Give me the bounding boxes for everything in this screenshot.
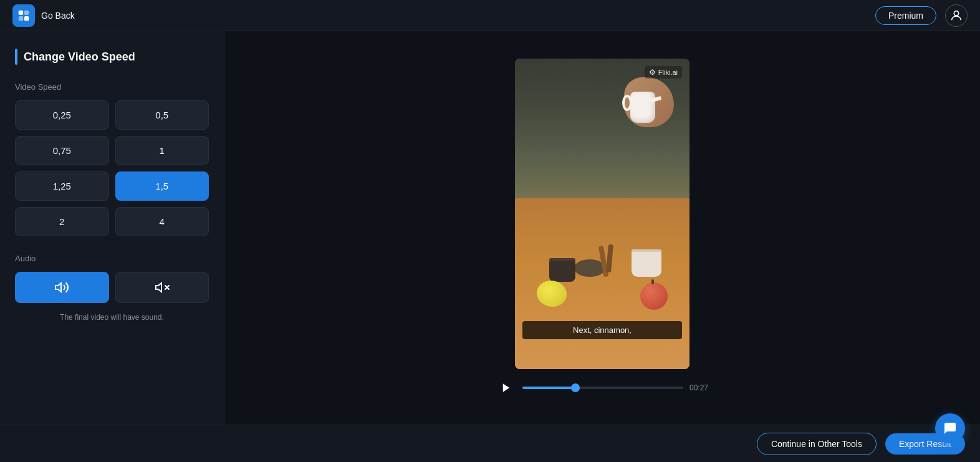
cup-left-body (549, 261, 575, 282)
app-logo (12, 4, 35, 27)
svg-marker-5 (55, 283, 61, 292)
pour-stream (661, 95, 663, 113)
video-container: ⚙ Fliki.ai Next, cinnamon, (496, 59, 708, 398)
pitcher (627, 82, 658, 123)
sidebar-title: Change Video Speed (24, 51, 135, 64)
subtitle-bar: Next, cinnamon, (522, 321, 682, 339)
fruit-lemon (537, 281, 567, 307)
continue-in-other-tools-button[interactable]: Continue in Other Tools (757, 433, 877, 455)
play-button[interactable] (496, 378, 516, 398)
time-display: 00:27 (689, 383, 708, 392)
svg-rect-1 (24, 10, 29, 14)
audio-grid (15, 272, 209, 303)
speed-btn-0-25[interactable]: 0,25 (15, 100, 109, 130)
audio-sound-off-button[interactable] (115, 272, 209, 303)
video-controls: 00:27 (496, 378, 708, 398)
video-scene: ⚙ Fliki.ai Next, cinnamon, (515, 59, 689, 369)
chat-bubble-button[interactable] (935, 413, 965, 425)
topnav-left: Go Back (12, 4, 75, 27)
svg-marker-9 (503, 383, 510, 392)
speed-btn-4[interactable]: 4 (115, 207, 209, 236)
audio-sound-on-button[interactable] (15, 272, 109, 303)
cup-right (632, 249, 661, 277)
subtitle-text: Next, cinnamon, (573, 325, 632, 335)
svg-rect-2 (19, 16, 23, 20)
speed-btn-1-25[interactable]: 1,25 (15, 171, 109, 201)
topnav: Go Back Premium (0, 0, 980, 31)
sidebar: Change Video Speed Video Speed 0,25 0,5 … (0, 31, 224, 425)
pitcher-handle (622, 95, 632, 111)
video-frame: ⚙ Fliki.ai Next, cinnamon, (515, 59, 689, 369)
topnav-right: Premium (875, 4, 968, 27)
svg-marker-6 (156, 283, 161, 292)
fruit-apple (640, 282, 668, 310)
pitcher-body (630, 92, 655, 123)
speed-section-label: Video Speed (15, 82, 209, 92)
speed-btn-2[interactable]: 2 (15, 207, 109, 236)
speed-btn-1[interactable]: 1 (115, 136, 209, 165)
bottom-bar: Continue in Other Tools Export Result (0, 425, 980, 462)
cup-right-body (632, 252, 661, 277)
progress-bar[interactable] (522, 387, 683, 389)
main-content: Change Video Speed Video Speed 0,25 0,5 … (0, 31, 980, 425)
premium-button[interactable]: Premium (875, 6, 936, 25)
audio-section-label: Audio (15, 254, 209, 263)
svg-rect-0 (19, 10, 23, 14)
go-back-link[interactable]: Go Back (41, 11, 75, 21)
svg-point-4 (954, 11, 958, 15)
svg-rect-3 (24, 16, 29, 20)
speed-btn-0-5[interactable]: 0,5 (115, 100, 209, 130)
user-avatar[interactable] (945, 4, 968, 27)
speed-grid: 0,25 0,5 0,75 1 1,25 1,5 2 4 (15, 100, 209, 236)
scene-top-bg (515, 59, 689, 214)
progress-fill (522, 387, 575, 389)
progress-thumb (571, 383, 580, 392)
watermark-text: Fliki.ai (658, 69, 678, 76)
watermark: ⚙ Fliki.ai (645, 66, 682, 79)
sidebar-title-wrap: Change Video Speed (15, 49, 209, 65)
speed-btn-1-5[interactable]: 1,5 (115, 171, 209, 201)
audio-note: The final video will have sound. (15, 313, 209, 322)
cup-left (549, 258, 575, 282)
sidebar-accent-bar (15, 49, 17, 65)
watermark-gear-icon: ⚙ (649, 68, 656, 77)
video-area: ⚙ Fliki.ai Next, cinnamon, (224, 31, 980, 425)
speed-btn-0-75[interactable]: 0,75 (15, 136, 109, 165)
